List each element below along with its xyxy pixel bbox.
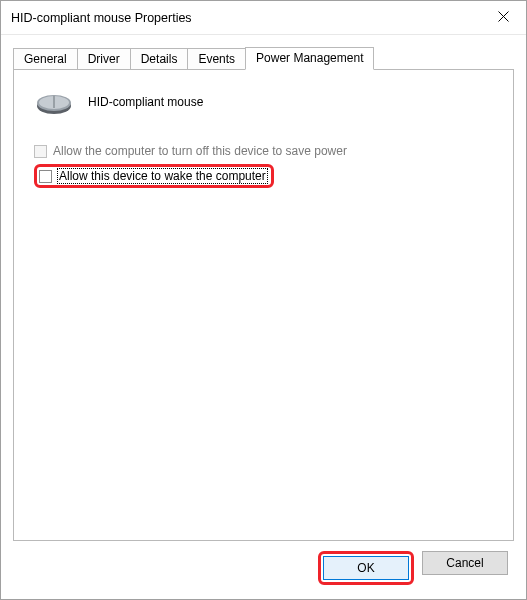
device-name-label: HID-compliant mouse (88, 95, 203, 109)
checkbox-row-allow-turn-off: Allow the computer to turn off this devi… (34, 144, 499, 158)
highlight-allow-wake: Allow this device to wake the computer (34, 164, 274, 188)
tab-details[interactable]: Details (130, 48, 189, 70)
highlight-ok: OK (318, 551, 414, 585)
titlebar: HID-compliant mouse Properties (1, 1, 526, 35)
properties-window: HID-compliant mouse Properties General D… (0, 0, 527, 600)
checkbox-allow-wake[interactable] (39, 170, 52, 183)
tab-driver[interactable]: Driver (77, 48, 131, 70)
checkbox-row-allow-wake: Allow this device to wake the computer (34, 164, 499, 188)
tab-events[interactable]: Events (187, 48, 246, 70)
window-title: HID-compliant mouse Properties (11, 11, 192, 25)
tab-strip: General Driver Details Events Power Mana… (13, 45, 514, 69)
checkbox-allow-turn-off-label: Allow the computer to turn off this devi… (53, 144, 347, 158)
dialog-buttons: OK Cancel (13, 541, 514, 587)
checkbox-allow-wake-label[interactable]: Allow this device to wake the computer (58, 169, 267, 183)
device-header: HID-compliant mouse (34, 88, 499, 116)
tab-panel-power-management: HID-compliant mouse Allow the computer t… (13, 69, 514, 541)
close-button[interactable] (480, 1, 526, 34)
mouse-icon (34, 88, 74, 116)
tab-power-management[interactable]: Power Management (245, 47, 374, 70)
ok-button[interactable]: OK (323, 556, 409, 580)
client-area: General Driver Details Events Power Mana… (1, 35, 526, 599)
checkbox-allow-turn-off (34, 145, 47, 158)
tab-general[interactable]: General (13, 48, 78, 70)
cancel-button[interactable]: Cancel (422, 551, 508, 575)
close-icon (498, 11, 509, 25)
